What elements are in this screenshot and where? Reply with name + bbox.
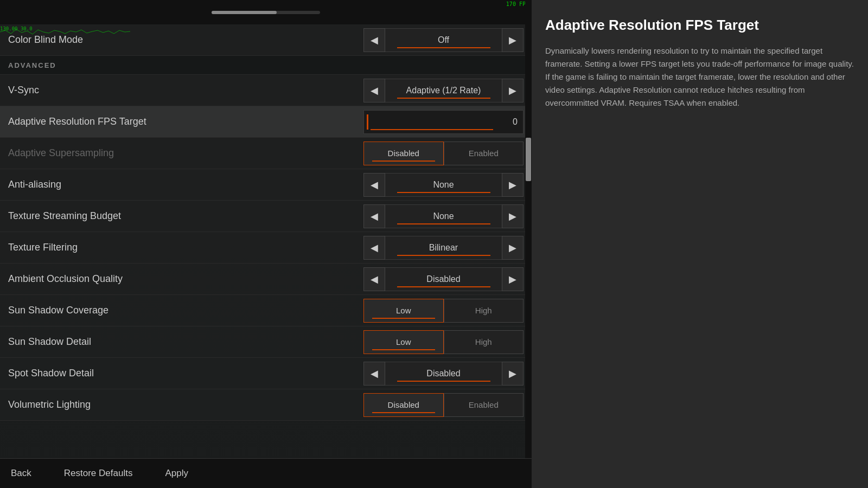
restore-defaults-button[interactable]: Restore Defaults [64,468,133,479]
setting-label-v-sync: V-Sync [8,85,363,96]
setting-label-adaptive-supersampling: Adaptive Supersampling [8,147,363,159]
toggle-btn2-sun-shadow-detail[interactable]: High [444,330,524,354]
toggle-btn1-sun-shadow-coverage[interactable]: Low [363,299,444,323]
setting-row-sun-shadow-coverage[interactable]: Sun Shadow CoverageLowHigh [0,295,532,326]
setting-row-anti-aliasing[interactable]: Anti-aliasing◀None▶ [0,169,532,201]
setting-row-sun-shadow-detail[interactable]: Sun Shadow DetailLowHigh [0,326,532,358]
arrow-right-texture-streaming-budget[interactable]: ▶ [502,204,524,228]
arrow-control-texture-filtering: ◀Bilinear▶ [363,236,524,260]
setting-control-v-sync: ◀Adaptive (1/2 Rate)▶ [363,79,524,102]
setting-control-anti-aliasing: ◀None▶ [363,173,524,197]
toggle-control-volumetric-lighting: DisabledEnabled [363,393,524,417]
value-text-anti-aliasing: None [433,180,454,190]
setting-control-ambient-occlusion: ◀Disabled▶ [363,267,524,291]
value-display-texture-streaming-budget: None [385,204,502,228]
help-body: Dynamically lowers rendering resolution … [545,44,854,110]
arrow-left-spot-shadow-detail[interactable]: ◀ [363,362,385,386]
setting-control-sun-shadow-coverage: LowHigh [363,299,524,323]
arrow-left-ambient-occlusion[interactable]: ◀ [363,267,385,291]
value-text-texture-streaming-budget: None [433,211,454,221]
setting-row-volumetric-lighting[interactable]: Volumetric LightingDisabledEnabled [0,389,532,421]
scrollbar[interactable] [525,0,532,458]
setting-control-color-blind-mode: ◀Off▶ [363,28,524,52]
toggle-underline1-adaptive-supersampling [372,160,435,162]
toggle-btn2-sun-shadow-coverage[interactable]: High [444,299,524,323]
setting-row-spot-shadow-detail[interactable]: Spot Shadow Detail◀Disabled▶ [0,358,532,389]
value-display-spot-shadow-detail: Disabled [385,362,502,386]
setting-label-ambient-occlusion: Ambient Occlusion Quality [8,273,363,285]
setting-control-volumetric-lighting: DisabledEnabled [363,393,524,417]
toggle-control-sun-shadow-detail: LowHigh [363,330,524,354]
setting-label-sun-shadow-detail: Sun Shadow Detail [8,336,363,348]
setting-row-adaptive-resolution[interactable]: Adaptive Resolution FPS Target0 [0,106,532,138]
value-text-color-blind-mode: Off [438,35,449,45]
arrow-right-anti-aliasing[interactable]: ▶ [502,173,524,197]
setting-row-texture-streaming-budget[interactable]: Texture Streaming Budget◀None▶ [0,201,532,232]
toggle-btn1-adaptive-supersampling[interactable]: Disabled [363,142,444,165]
value-text-texture-filtering: Bilinear [429,243,458,253]
slider-value-adaptive-resolution: 0 [513,117,518,127]
setting-label-anti-aliasing: Anti-aliasing [8,179,363,190]
toggle-btn1-sun-shadow-detail[interactable]: Low [363,330,444,354]
arrow-control-ambient-occlusion: ◀Disabled▶ [363,267,524,291]
fps-waveform: 130.00 30.0 [0,26,130,38]
fps-left-label: 130.00 30.0 [0,26,33,31]
setting-row-v-sync[interactable]: V-Sync◀Adaptive (1/2 Rate)▶ [0,75,532,106]
slider-control-adaptive-resolution[interactable]: 0 [363,110,524,134]
setting-row-texture-filtering[interactable]: Texture Filtering◀Bilinear▶ [0,232,532,264]
value-underline-v-sync [397,98,490,99]
arrow-left-v-sync[interactable]: ◀ [363,79,385,102]
value-underline-texture-filtering [397,255,490,256]
settings-container: Color Blind Mode◀Off▶ADVANCEDV-Sync◀Adap… [0,24,532,421]
arrow-right-color-blind-mode[interactable]: ▶ [502,28,524,52]
value-text-ambient-occlusion: Disabled [426,274,460,284]
value-text-v-sync: Adaptive (1/2 Rate) [406,86,481,95]
value-display-v-sync: Adaptive (1/2 Rate) [385,79,502,102]
section-header-advanced: ADVANCED [0,56,532,75]
setting-control-texture-filtering: ◀Bilinear▶ [363,236,524,260]
left-panel: 170 FPS 130.00 30.0 Color Blind Mode◀Off… [0,0,532,488]
arrow-control-spot-shadow-detail: ◀Disabled▶ [363,362,524,386]
back-button[interactable]: Back [11,468,31,479]
setting-row-ambient-occlusion[interactable]: Ambient Occlusion Quality◀Disabled▶ [0,264,532,295]
arrow-right-texture-filtering[interactable]: ▶ [502,236,524,260]
arrow-left-anti-aliasing[interactable]: ◀ [363,173,385,197]
arrow-left-color-blind-mode[interactable]: ◀ [363,28,385,52]
value-text-spot-shadow-detail: Disabled [426,369,460,378]
value-underline-color-blind-mode [397,47,490,48]
arrow-left-texture-filtering[interactable]: ◀ [363,236,385,260]
setting-row-adaptive-supersampling[interactable]: Adaptive SupersamplingDisabledEnabled [0,138,532,169]
slider-cursor-adaptive-resolution [367,114,368,130]
setting-label-spot-shadow-detail: Spot Shadow Detail [8,368,363,379]
setting-control-texture-streaming-budget: ◀None▶ [363,204,524,228]
arrow-left-texture-streaming-budget[interactable]: ◀ [363,204,385,228]
toggle-btn2-volumetric-lighting[interactable]: Enabled [444,393,524,417]
help-title: Adaptive Resolution FPS Target [545,16,854,35]
arrow-right-ambient-occlusion[interactable]: ▶ [502,267,524,291]
value-underline-texture-streaming-budget [397,223,490,224]
scrollbar-thumb[interactable] [526,138,531,181]
bottom-bar: Back Restore Defaults Apply [0,458,532,488]
value-display-texture-filtering: Bilinear [385,236,502,260]
setting-control-adaptive-resolution: 0 [363,110,524,134]
arrow-control-color-blind-mode: ◀Off▶ [363,28,524,52]
apply-button[interactable]: Apply [165,468,188,479]
value-display-ambient-occlusion: Disabled [385,267,502,291]
toggle-underline1-sun-shadow-coverage [372,318,435,319]
toggle-btn2-adaptive-supersampling[interactable]: Enabled [444,142,524,165]
toggle-underline1-sun-shadow-detail [372,349,435,350]
setting-control-spot-shadow-detail: ◀Disabled▶ [363,362,524,386]
setting-label-adaptive-resolution: Adaptive Resolution FPS Target [8,116,363,127]
setting-label-volumetric-lighting: Volumetric Lighting [8,399,363,410]
value-display-anti-aliasing: None [385,173,502,197]
setting-label-sun-shadow-coverage: Sun Shadow Coverage [8,305,363,316]
value-display-color-blind-mode: Off [385,28,502,52]
section-title: ADVANCED [8,61,56,69]
toggle-control-adaptive-supersampling: DisabledEnabled [363,142,524,165]
toggle-btn1-volumetric-lighting[interactable]: Disabled [363,393,444,417]
top-bar: 170 FPS [0,0,532,24]
progress-bar-fill [212,11,277,14]
setting-label-texture-streaming-budget: Texture Streaming Budget [8,210,363,222]
arrow-right-v-sync[interactable]: ▶ [502,79,524,102]
arrow-right-spot-shadow-detail[interactable]: ▶ [502,362,524,386]
